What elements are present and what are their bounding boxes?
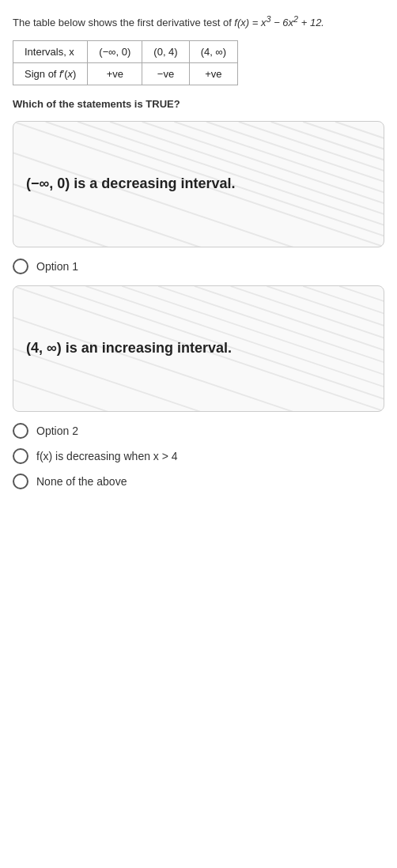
derivative-table: Intervals, x (−∞, 0) (0, 4) (4, ∞) Sign … <box>13 40 384 85</box>
table-cell-val2: −ve <box>142 62 189 85</box>
table-row-label: Sign of f′(x) <box>13 62 88 85</box>
option2-card-text: (4, ∞) is an increasing interval. <box>26 340 232 357</box>
option3-radio-label: f(x) is decreasing when x > 4 <box>36 450 178 462</box>
option1-radio-label: Option 1 <box>36 260 78 273</box>
option4-radio-label: None of the above <box>36 475 127 488</box>
table-cell-val1: +ve <box>88 62 142 85</box>
option2-card[interactable]: (4, ∞) is an increasing interval. <box>13 285 384 412</box>
option2-radio-label: Option 2 <box>36 425 78 437</box>
svg-line-17 <box>13 379 384 411</box>
table-cell-val3: +ve <box>189 62 237 85</box>
option1-card-text: (−∞, 0) is a decreasing interval. <box>26 175 235 192</box>
question-label: Which of the statements is TRUE? <box>13 98 384 110</box>
svg-line-24 <box>267 286 384 411</box>
option4-radio[interactable]: None of the above <box>13 474 384 489</box>
svg-line-25 <box>303 286 384 411</box>
svg-line-2 <box>13 184 384 247</box>
problem-statement: The table below shows the first derivati… <box>13 13 384 31</box>
table-header-intervals: Intervals, x <box>13 40 88 62</box>
table-header-interval2: (0, 4) <box>142 40 189 62</box>
svg-line-15 <box>13 317 384 411</box>
function-expression: f(x) = x3 − 6x2 + 12. <box>234 17 324 28</box>
option2-radio[interactable]: Option 2 <box>13 423 384 439</box>
svg-line-10 <box>239 122 384 247</box>
table-header-interval1: (−∞, 0) <box>88 40 142 62</box>
svg-line-3 <box>13 215 384 247</box>
option1-radio-circle[interactable] <box>13 259 28 274</box>
svg-line-11 <box>271 122 384 247</box>
svg-line-23 <box>231 286 384 411</box>
svg-line-12 <box>303 122 384 247</box>
statement-prefix: The table below shows the first derivati… <box>13 17 234 28</box>
svg-line-16 <box>13 349 384 411</box>
option1-radio[interactable]: Option 1 <box>13 259 384 274</box>
option1-card[interactable]: (−∞, 0) is a decreasing interval. <box>13 121 384 247</box>
option4-radio-circle[interactable] <box>13 474 28 489</box>
option3-radio[interactable]: f(x) is decreasing when x > 4 <box>13 448 384 464</box>
svg-line-1 <box>13 153 384 247</box>
table-header-interval3: (4, ∞) <box>189 40 237 62</box>
sign-table: Intervals, x (−∞, 0) (0, 4) (4, ∞) Sign … <box>13 40 238 85</box>
option3-radio-circle[interactable] <box>13 448 28 464</box>
svg-line-13 <box>335 122 384 247</box>
option2-radio-circle[interactable] <box>13 423 28 439</box>
svg-line-26 <box>339 286 384 411</box>
